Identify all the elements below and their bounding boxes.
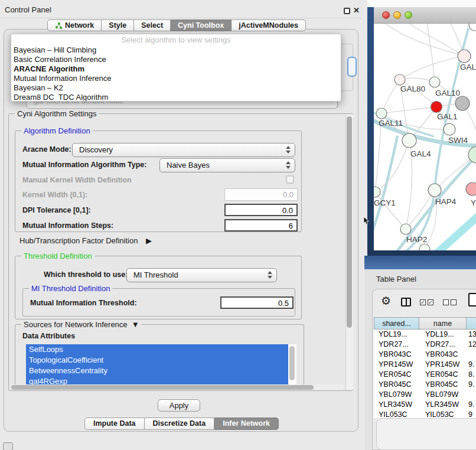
mi-type-combo[interactable]: Naive Bayes (159, 158, 295, 172)
node-label: GAL80 (400, 84, 425, 93)
column-header-partial[interactable]: A (467, 317, 476, 330)
node-gal11[interactable] (376, 108, 387, 119)
algorithm-option-selected[interactable]: ARACNE Algorithm (11, 64, 341, 74)
aracne-mode-label: Aracne Mode: (22, 145, 71, 154)
table-row[interactable]: YDR27...YDR27...12 (374, 340, 476, 350)
node-gal4[interactable] (402, 133, 416, 148)
node-gal1-red[interactable] (431, 102, 442, 113)
tab-cyni-toolbox[interactable]: Cyni Toolbox (171, 19, 232, 31)
sources-frame-title: Sources for Network Inference ▼ (21, 320, 142, 329)
focused-combo-fragment[interactable] (347, 57, 357, 77)
column-header-name[interactable]: name (419, 317, 467, 330)
tab-impute-data[interactable]: Impute Data (84, 418, 145, 430)
checked-checkbox-icon[interactable]: ✓ (428, 299, 433, 305)
unchecked-checkbox-icon[interactable] (443, 299, 449, 305)
node-y-partial[interactable] (466, 182, 476, 195)
mi-steps-field[interactable]: 6 (224, 219, 298, 231)
algorithm-popup-placeholder: Select algorithm to view settings (11, 34, 341, 45)
spinner-arrows-icon (268, 271, 272, 279)
edge (386, 24, 464, 56)
apply-button[interactable]: Apply (158, 399, 200, 412)
table-panel: Table Panel ⚙ ✓ ✓ shared... name A YDL19… (364, 269, 476, 450)
attribute-item-selected[interactable]: TopologicalCoefficient (26, 355, 288, 366)
network-canvas[interactable]: GAL GAL80 GAL10 GAL1 GAL11 SWI4 GAL4 GCY… (374, 24, 476, 250)
kernel-width-label: Kernel Width (0,1): (22, 191, 87, 199)
tab-jactivemnodules[interactable]: jActiveMNodules (232, 19, 306, 31)
aracne-mode-combo[interactable]: Discovery (72, 143, 295, 157)
node-hap2[interactable] (400, 224, 411, 234)
split-columns-icon[interactable] (401, 298, 411, 306)
table-row[interactable]: YBL079WYBL079W (374, 390, 476, 400)
mi-type-label: Mutual Information Algorithm Type: (22, 161, 146, 169)
node-gal-partial[interactable] (458, 50, 471, 63)
algorithm-option[interactable]: Mutual Information Inference (11, 74, 341, 83)
spinner-arrows-icon (286, 146, 291, 154)
kernel-width-field: 0.0 (224, 188, 298, 201)
node[interactable] (469, 24, 476, 31)
zoom-traffic-light-icon[interactable] (405, 11, 412, 19)
algorithm-option[interactable]: Bayesian – K2 (11, 83, 341, 93)
close-icon[interactable]: ✕ (353, 6, 360, 15)
table-row[interactable]: YPR145WYPR145W9. (374, 360, 476, 370)
edge (427, 24, 435, 82)
algorithm-option[interactable]: Bayesian – Hill Climbing (11, 45, 341, 55)
column-header-shared-name[interactable]: shared... (374, 317, 419, 330)
tab-infer-network[interactable]: Infer Network (214, 418, 279, 430)
document-icon[interactable] (468, 293, 476, 306)
network-icon (55, 22, 63, 30)
mouse-cursor (363, 217, 370, 225)
checked-checkbox-icon[interactable]: ✓ (420, 299, 426, 305)
node-hap4[interactable] (428, 184, 441, 197)
node-gal10[interactable] (429, 77, 440, 87)
minimize-traffic-light-icon[interactable] (393, 11, 401, 19)
table-row[interactable]: YBR043CYBR043C (374, 350, 476, 360)
control-panel-titlebar: Control Panel ✕ (0, 0, 361, 18)
node[interactable] (468, 146, 476, 163)
node-swi4[interactable] (444, 123, 455, 135)
edge (375, 141, 409, 192)
node-label: GAL11 (379, 119, 403, 128)
manual-kernel-label: Manual Kernel Width Definition (22, 176, 132, 184)
control-panel-tabbar: Network Style Select Cyni Toolbox jActiv… (47, 19, 306, 31)
table-row[interactable]: YLR345WYLR345W9. (374, 400, 476, 410)
which-threshold-combo[interactable]: MI Threshold (126, 268, 277, 282)
settings-vertical-scrollbar[interactable] (345, 115, 353, 390)
algorithm-option[interactable]: Basic Correlation Inference (11, 55, 341, 64)
table-sub-panel (376, 418, 476, 450)
table-row[interactable]: YIL053CYIL053C9 (374, 410, 476, 418)
node-gal80[interactable] (395, 74, 405, 85)
tab-discretize-data[interactable]: Discretize Data (145, 418, 215, 430)
node-label: SWI4 (448, 136, 468, 145)
network-window-titlebar[interactable] (374, 7, 476, 24)
tab-select[interactable]: Select (134, 19, 171, 31)
mi-threshold-frame-title: MI Threshold Definition (29, 284, 112, 293)
table-row[interactable]: YDL19...YDL19...13 (374, 330, 476, 340)
attribute-list-scrollbar[interactable] (288, 344, 296, 386)
docked-palette-icon[interactable] (3, 442, 13, 450)
tab-network[interactable]: Network (47, 19, 102, 31)
dpi-tolerance-field[interactable]: 0.0 (224, 204, 298, 216)
node-gray[interactable] (455, 96, 470, 110)
spinner-arrows-icon (286, 161, 291, 169)
edge (382, 107, 436, 113)
table-row[interactable]: YBR045CYBR045C9. (374, 380, 476, 390)
cyni-algorithm-settings-frame: Cyni Algorithm Settings Algorithm Defini… (8, 113, 353, 391)
algorithm-option[interactable]: Dream8 DC_TDC Algorithm (11, 93, 341, 102)
scrollbar-thumb[interactable] (347, 116, 352, 328)
settings-horizontal-scrollbar[interactable] (10, 384, 344, 390)
tab-style[interactable]: Style (102, 19, 134, 31)
attribute-item-selected[interactable]: SelfLoops (26, 344, 288, 355)
mi-threshold-field[interactable]: 0.5 (220, 296, 294, 309)
close-traffic-light-icon[interactable] (382, 11, 390, 19)
attribute-item-selected[interactable]: BetweennessCentrality (26, 366, 288, 376)
node-label: Y (471, 198, 476, 207)
hub-definition-expander[interactable]: Hub/Transcription Factor Definition ▶ (19, 236, 152, 245)
float-window-icon[interactable] (344, 8, 350, 14)
collapse-down-icon[interactable]: ▼ (129, 320, 139, 329)
node-gcy1[interactable] (374, 187, 380, 197)
scrollbar-thumb[interactable] (11, 385, 314, 390)
canvas-background (367, 0, 476, 7)
unchecked-checkbox-icon[interactable] (451, 299, 457, 305)
table-row[interactable]: YER054CYER054C8. (374, 370, 476, 380)
gear-icon[interactable]: ⚙ (381, 295, 391, 306)
